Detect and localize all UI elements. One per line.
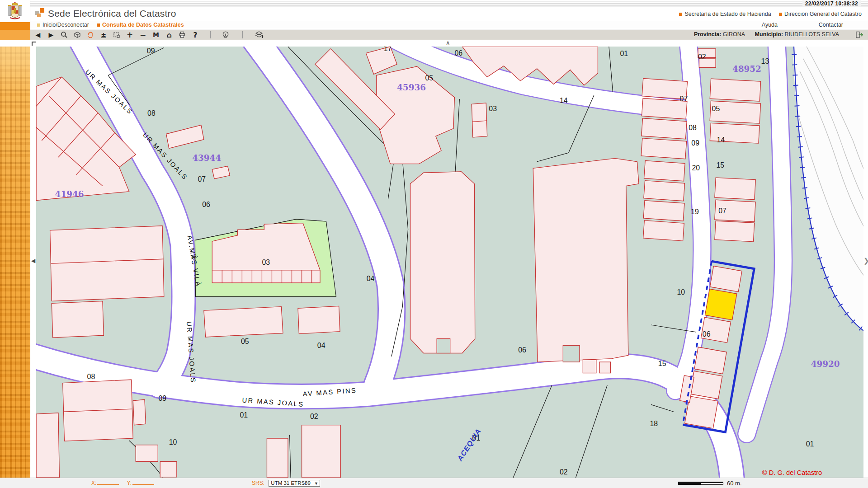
coordinate-readout: X: Y: <box>91 480 160 486</box>
municipality-label: Municipio: <box>755 31 783 38</box>
zoom-in-button[interactable]: + <box>125 30 134 39</box>
collapse-right-button[interactable]: ❯ <box>863 257 868 265</box>
parcel-number-label: 01 <box>620 50 628 57</box>
parcel-number-label: 01 <box>806 440 814 448</box>
parcel-id-label: 41946 <box>55 189 84 199</box>
parcel-number-label: 08 <box>689 124 697 131</box>
catastro-app: 22/02/2017 10:38:32 Sede Electrónica del… <box>0 0 868 488</box>
province-label: Provincia: <box>694 31 721 38</box>
cadastral-map[interactable]: 0917060102130548952459360803140705080914… <box>36 47 863 478</box>
parcel-number-label: 08 <box>147 109 156 117</box>
parcel-number-label: 06 <box>703 330 711 338</box>
parcel-number-label: 14 <box>717 136 725 144</box>
bullet-icon <box>97 23 100 27</box>
parcel-number-label: 04 <box>317 342 326 349</box>
tab-consulta-datos[interactable]: Consulta de Datos Catastrales <box>97 22 184 28</box>
bullet-icon <box>37 23 40 27</box>
parcel-number-label: 06 <box>454 49 462 57</box>
print-button[interactable] <box>178 30 187 39</box>
back-button[interactable]: ◀ <box>33 30 42 39</box>
parcel-id-label: 45936 <box>397 83 426 92</box>
layers-button[interactable] <box>255 30 264 39</box>
parcel-number-label: 03 <box>262 258 270 266</box>
parcel-number-label: 15 <box>658 360 666 367</box>
toolbar-separator <box>242 31 243 38</box>
brand-squares-icon <box>35 8 44 17</box>
parcel-number-label: 10 <box>169 438 177 446</box>
parcel-number-label: 05 <box>241 338 249 345</box>
link-secretaria[interactable]: Secretaría de Estado de Hacienda <box>684 11 771 17</box>
link-ayuda[interactable]: Ayuda <box>762 22 778 28</box>
parcel-number-label: 07 <box>198 175 206 183</box>
toolbar-separator <box>210 31 211 38</box>
location-info: Provincia: GIRONA Municipio: RIUDELLOTS … <box>694 31 847 38</box>
tab-inicio-desconectar[interactable]: Inicio/Desconectar <box>37 22 89 28</box>
parcel-id-label: 49920 <box>811 359 840 369</box>
home-extent-button[interactable]: ⌂ <box>165 30 174 39</box>
gov-links: Secretaría de Estado de Hacienda Direcci… <box>673 11 862 17</box>
sidebar-orange-block <box>0 22 30 30</box>
parcel-number-label: 02 <box>310 413 318 420</box>
parcel-number-label: 20 <box>692 164 700 172</box>
x-label: X: <box>91 480 96 486</box>
help-button[interactable]: ? <box>191 30 200 39</box>
parcel-number-label: 02 <box>560 468 568 476</box>
srs-selected-value: UTM 31 ETRS89 <box>271 480 311 486</box>
scale-label: 60 m. <box>727 480 742 487</box>
datetime: 22/02/2017 10:38:32 <box>802 0 861 7</box>
chevron-down-icon: ▼ <box>314 481 318 486</box>
parcel-number-label: 09 <box>159 394 167 402</box>
scale-bar <box>678 482 723 485</box>
zoom-search-button[interactable] <box>60 30 69 39</box>
parcel-id-label: 48952 <box>732 64 761 74</box>
parcel-number-label: 02 <box>698 53 706 61</box>
parcel-number-label: 14 <box>560 97 568 104</box>
srs-label: SRS: <box>252 480 264 486</box>
parcel-number-label: 04 <box>367 275 375 282</box>
exit-icon[interactable] <box>855 31 863 41</box>
parcel-number-label: 09 <box>691 139 699 147</box>
srs-select[interactable]: UTM 31 ETRS89 ▼ <box>269 480 320 487</box>
srs-control: SRS: UTM 31 ETRS89 ▼ <box>252 480 320 487</box>
collapse-up-button[interactable]: ∧ <box>446 40 450 46</box>
map-top-gap <box>0 40 868 47</box>
parcel-number-label: 19 <box>691 208 699 216</box>
parcel-number-label: 17 <box>384 47 392 52</box>
parcel-number-label: 09 <box>147 47 155 55</box>
province-value: GIRONA <box>723 31 745 38</box>
link-contactar[interactable]: Contactar <box>819 22 843 28</box>
parcel-number-label: 05 <box>425 74 434 82</box>
parcel-number-label: 07 <box>680 95 688 103</box>
link-direccion-general[interactable]: Dirección General del Catastro <box>784 11 862 17</box>
scale-button[interactable]: M <box>151 30 160 39</box>
parcel-id-label: 43944 <box>192 153 221 163</box>
parcel-number-label: 07 <box>718 207 726 215</box>
zoom-window-button[interactable] <box>112 30 121 39</box>
zoom-range-button[interactable]: ± <box>99 30 108 39</box>
pan-hand-button[interactable] <box>86 30 95 39</box>
top-stripe-bar: 22/02/2017 10:38:32 <box>0 0 868 7</box>
y-label: Y: <box>127 480 132 486</box>
bullet-icon <box>779 13 782 16</box>
bullet-icon <box>679 13 682 16</box>
spain-coat-of-arms-logo <box>0 0 30 22</box>
parcel-number-label: 13 <box>761 57 769 65</box>
map-toolbar: ◀ ▶ ± + − M ⌂ ? <box>0 30 868 40</box>
zoom-out-button[interactable]: − <box>138 30 147 39</box>
nav-bar: Inicio/Desconectar Consulta de Datos Cat… <box>0 21 868 29</box>
map-corner-mark <box>32 42 36 46</box>
parcel-number-label: 10 <box>677 288 685 296</box>
parcel-number-label: 05 <box>712 105 720 113</box>
info-button[interactable] <box>221 30 230 39</box>
full-extent-button[interactable] <box>73 30 82 39</box>
sidebar-orange-block-light <box>0 30 30 40</box>
parcel-number-label: 03 <box>489 105 497 113</box>
status-bar: X: Y: SRS: UTM 31 ETRS89 ▼ 60 m. <box>0 478 868 488</box>
parcel-number-label: 18 <box>650 420 658 427</box>
parcel-number-label: 15 <box>716 161 724 169</box>
forward-button[interactable]: ▶ <box>47 30 56 39</box>
collapse-left-button[interactable]: ◀ <box>31 258 35 264</box>
parcel-number-label: 01 <box>240 411 248 419</box>
parcel-number-label: 06 <box>518 346 526 354</box>
page-title: Sede Electrónica del Catastro <box>48 8 176 19</box>
